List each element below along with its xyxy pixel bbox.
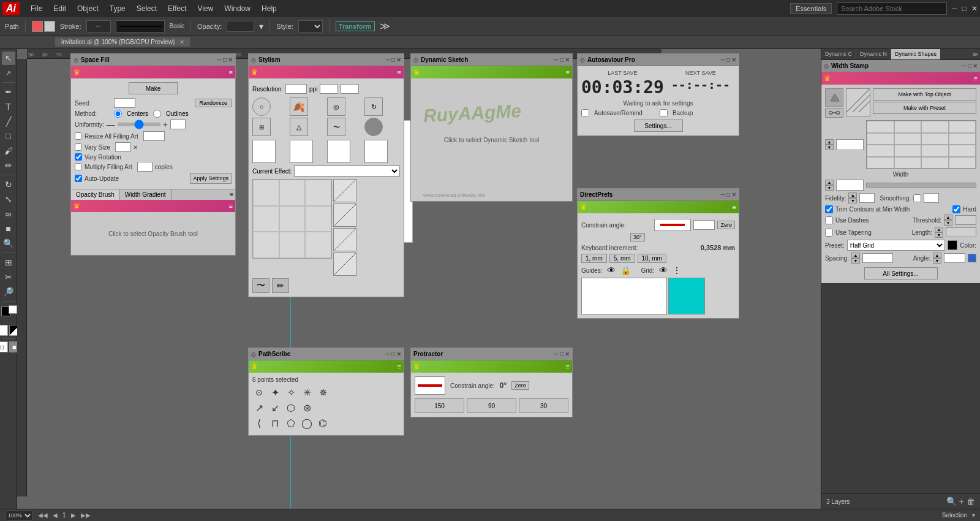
scale-tool[interactable]: ⤡: [2, 192, 15, 206]
menu-file[interactable]: File: [26, 3, 47, 14]
val300-input[interactable]: 300: [341, 84, 359, 94]
dp-expand[interactable]: □: [726, 191, 730, 198]
protractor-header[interactable]: Protractor ─ □ ✕: [411, 348, 572, 360]
vary-size-value[interactable]: 2: [115, 142, 130, 152]
size-input[interactable]: 6 pt: [836, 139, 864, 150]
next-btn[interactable]: ▶: [71, 512, 76, 519]
document-tab[interactable]: invitation.ai @ 100% (RGB/GPU Preview) ✕: [55, 37, 191, 47]
as-settings-button[interactable]: Settings...: [634, 120, 683, 132]
brush-tool[interactable]: 🖌: [2, 144, 15, 158]
ps-icon-node1[interactable]: ✦: [268, 386, 282, 399]
hatch-1[interactable]: [333, 179, 356, 202]
zero-btn[interactable]: Zero: [717, 221, 735, 229]
slice-tool[interactable]: ✂: [2, 270, 15, 284]
ps-minimize[interactable]: ─: [386, 351, 390, 357]
size-up[interactable]: ▲: [825, 139, 834, 145]
space-fill-menu[interactable]: ≡: [229, 69, 233, 76]
eyedropper-tool[interactable]: 🔍: [2, 237, 15, 250]
zoom-tool[interactable]: 🔎: [2, 285, 15, 299]
spacing-up[interactable]: ▲: [851, 253, 860, 258]
offset-down[interactable]: ▼: [825, 185, 834, 191]
space-fill-minimize[interactable]: ─: [217, 56, 222, 63]
mm1-btn[interactable]: 1, mm: [581, 254, 607, 263]
dynamic-sketch-header[interactable]: ◎ Dynamic Sketch ─ □ ✕: [411, 54, 572, 66]
stylism-wave-btn[interactable]: 〜: [252, 278, 270, 293]
ps-expand[interactable]: □: [391, 351, 395, 357]
multiply-value[interactable]: 2: [137, 162, 153, 172]
prot-zero-btn[interactable]: Zero: [511, 381, 529, 390]
ps-icon-arc[interactable]: ⊙: [252, 386, 266, 399]
menu-effect[interactable]: Effect: [163, 3, 191, 14]
ps-icon-r2[interactable]: ↙: [268, 401, 282, 414]
stroke-weight[interactable]: ─: [86, 20, 111, 32]
stylism-icon-dark-circle[interactable]: [364, 118, 383, 136]
stroke-color-fill[interactable]: [32, 21, 43, 32]
autosave-checkbox[interactable]: [581, 109, 589, 117]
menu-type[interactable]: Type: [105, 3, 130, 14]
stylism-icon-triangle[interactable]: △: [290, 118, 308, 136]
prot-menu[interactable]: ≡: [566, 363, 570, 370]
make-preset-btn[interactable]: Make with Preset: [873, 102, 976, 114]
ps-icon-s3[interactable]: ⬠: [284, 416, 298, 430]
menu-edit[interactable]: Edit: [48, 3, 71, 14]
uniformity-plus[interactable]: +: [163, 120, 168, 129]
resize-pct[interactable]: 100%: [143, 131, 165, 141]
shape-preview-2[interactable]: [290, 140, 313, 163]
blend-tool[interactable]: ∞: [2, 207, 15, 221]
constrain-value[interactable]: 0°: [693, 220, 715, 230]
stylism-pencil-btn[interactable]: ✏: [272, 278, 289, 293]
menu-view[interactable]: View: [193, 3, 219, 14]
uniformity-minus[interactable]: —: [107, 120, 115, 129]
seed-input[interactable]: 0: [114, 98, 135, 108]
stylism-expand[interactable]: □: [391, 56, 395, 63]
ws-minimize[interactable]: ─: [962, 63, 967, 69]
grid-snap-icon[interactable]: ⋮: [673, 265, 681, 275]
grid-eye-icon[interactable]: 👁: [659, 265, 668, 275]
rotate-tool[interactable]: ↻: [2, 178, 15, 191]
ds-expand[interactable]: □: [560, 56, 564, 63]
make-top-btn[interactable]: Make with Top Object: [873, 88, 976, 101]
shape-preview-4[interactable]: [364, 140, 388, 163]
ws-collapse[interactable]: ◎: [824, 63, 829, 69]
stylism-icon-leaf[interactable]: 🍂: [290, 97, 308, 116]
dirprefs-header[interactable]: DirectPrefs ─ □ ✕: [578, 189, 739, 201]
offset-input[interactable]: 0 pt: [836, 180, 864, 191]
doc-tab-close[interactable]: ✕: [179, 39, 184, 45]
auto-update-checkbox[interactable]: [75, 175, 82, 182]
draw-normal[interactable]: ◻: [0, 341, 8, 352]
search-input[interactable]: [837, 2, 947, 15]
backup-checkbox[interactable]: [660, 109, 668, 117]
prev-page-btn[interactable]: ◀◀: [38, 512, 48, 519]
guides-eye-icon[interactable]: 👁: [607, 265, 616, 275]
fidelity-up[interactable]: ▲: [848, 192, 857, 198]
as-collapse[interactable]: ◎: [580, 57, 585, 63]
ds-minimize[interactable]: ─: [554, 56, 559, 63]
ps-icon-r3[interactable]: ⬡: [284, 401, 298, 414]
resolution-input[interactable]: 300: [285, 84, 307, 94]
thirty-btn[interactable]: 30°: [630, 233, 645, 241]
stroke-style-preview[interactable]: [116, 20, 165, 32]
pen-tool[interactable]: ✒: [2, 85, 15, 99]
stylism-minimize[interactable]: ─: [386, 56, 390, 63]
next-page-btn[interactable]: ▶▶: [81, 512, 91, 519]
dp-close[interactable]: ✕: [731, 191, 736, 198]
current-effect-select[interactable]: [294, 165, 400, 177]
stylism-icon-grid[interactable]: ⊞: [252, 118, 271, 136]
apply-settings-button[interactable]: Apply Settings: [190, 173, 232, 184]
multiply-checkbox[interactable]: [75, 163, 82, 170]
as-close[interactable]: ✕: [731, 56, 736, 63]
select-tool[interactable]: ↖: [2, 51, 15, 65]
space-fill-close[interactable]: ✕: [228, 56, 233, 63]
trim-checkbox[interactable]: [825, 205, 833, 213]
tab-dynamic-shapes[interactable]: Dynamic Shapes: [891, 49, 940, 59]
essentials-button[interactable]: Essentials: [790, 3, 832, 14]
ps-close[interactable]: ✕: [396, 351, 401, 357]
space-fill-header[interactable]: ◎ Space Fill ─ □ ✕: [71, 54, 235, 66]
ds-menu[interactable]: ≡: [566, 69, 570, 76]
background-swatch[interactable]: [9, 305, 17, 314]
opacity-input[interactable]: 100%: [227, 21, 254, 32]
prot-90-btn[interactable]: 90: [467, 398, 516, 413]
dashes-checkbox[interactable]: [825, 216, 833, 224]
hatch-4[interactable]: [333, 253, 356, 276]
vary-size-checkbox[interactable]: [75, 143, 82, 151]
